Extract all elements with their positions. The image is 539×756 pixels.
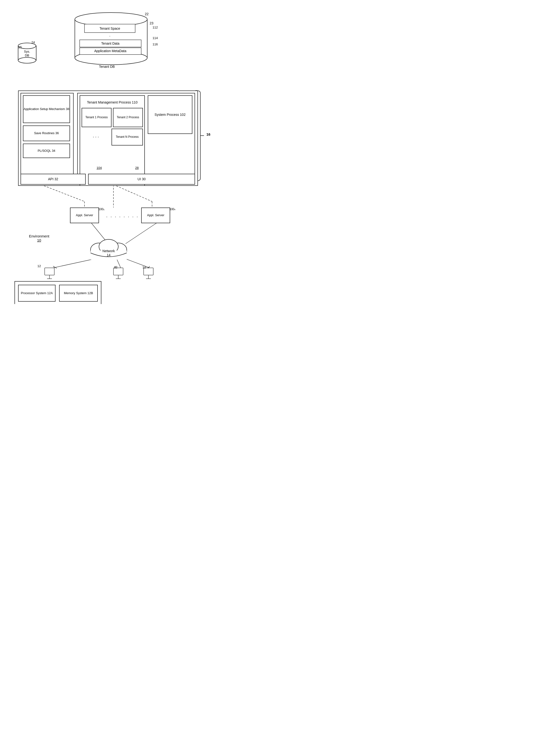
svg-line-20 bbox=[53, 266, 57, 268]
ref-112: 112 bbox=[153, 26, 158, 29]
svg-text:Tenant Data: Tenant Data bbox=[101, 41, 119, 45]
api-box: API 32 bbox=[21, 174, 86, 184]
environment-label: Environment 10 bbox=[29, 234, 49, 242]
tenant-mgmt-box: Tenant Management Process 110 Tenant 1 P… bbox=[80, 95, 145, 186]
tenant1-box: Tenant 1 Process bbox=[82, 108, 112, 127]
ref-12-b: 12 bbox=[114, 265, 117, 269]
ref-12-a: 12 bbox=[38, 264, 41, 268]
diagram: Tenant Space · Tenant Data Application M… bbox=[5, 5, 212, 294]
ref-16: 16 bbox=[206, 132, 210, 136]
server-dots: · · · · · · · · bbox=[106, 214, 139, 219]
ref-104: 104 bbox=[97, 166, 102, 170]
ref-116: 116 bbox=[153, 42, 158, 46]
appl-server-1-box: Appl. Server bbox=[70, 208, 99, 223]
svg-text:Tenant Space: Tenant Space bbox=[100, 27, 120, 31]
tenant-db-cylinder: Tenant Space · Tenant Data Application M… bbox=[72, 12, 154, 65]
save-routines-box: Save Routines 36 bbox=[23, 125, 70, 141]
tenant-db-label: Tenant DB bbox=[99, 65, 115, 69]
tenant2-box: Tenant 2 Process bbox=[113, 108, 143, 127]
svg-text:14: 14 bbox=[107, 253, 111, 257]
ref-28: 28 bbox=[135, 166, 138, 170]
svg-text:Network: Network bbox=[102, 249, 115, 253]
svg-point-35 bbox=[18, 57, 36, 63]
svg-line-1 bbox=[41, 184, 85, 201]
network-cloud: Network 14 bbox=[85, 237, 133, 261]
appl-server-1-label: 100₁ bbox=[99, 208, 105, 211]
ref-114: 114 bbox=[153, 36, 158, 40]
ref-12-c: 12 bbox=[142, 265, 146, 269]
svg-line-4 bbox=[114, 184, 152, 201]
svg-text:·: · bbox=[109, 34, 110, 38]
tenant-dots: · · · bbox=[82, 134, 110, 140]
appl-server-2-label: 100ₙ bbox=[170, 208, 176, 211]
svg-text:Sys.: Sys. bbox=[24, 50, 30, 53]
ref-22: 22 bbox=[145, 12, 149, 16]
svg-text:Application MetaData: Application MetaData bbox=[94, 49, 126, 53]
tenant-mgmt-label: Tenant Management Process 110 bbox=[80, 98, 144, 106]
memory-box: Memory System 12B bbox=[59, 285, 98, 302]
svg-text:DB: DB bbox=[25, 53, 29, 57]
tenantN-box: Tenant N Process bbox=[112, 129, 143, 146]
sys-db-cylinder: Sys. DB bbox=[17, 41, 38, 65]
svg-line-22 bbox=[148, 266, 150, 268]
app-setup-box: Application Setup Mechanism 38 bbox=[23, 95, 70, 123]
plsoql-box: PL/SOQL 34 bbox=[23, 144, 70, 158]
processor-box: Processor System 12A bbox=[18, 285, 55, 302]
ref-23: 23 bbox=[150, 21, 154, 25]
svg-rect-11 bbox=[45, 268, 54, 275]
system-process-box: System Process 102 bbox=[148, 95, 193, 134]
ref-25: 25 bbox=[18, 45, 22, 49]
appl-server-2-box: Appl. Server bbox=[141, 208, 170, 223]
ref-24: 24 bbox=[32, 40, 35, 44]
ui-box: UI 30 bbox=[88, 174, 195, 184]
